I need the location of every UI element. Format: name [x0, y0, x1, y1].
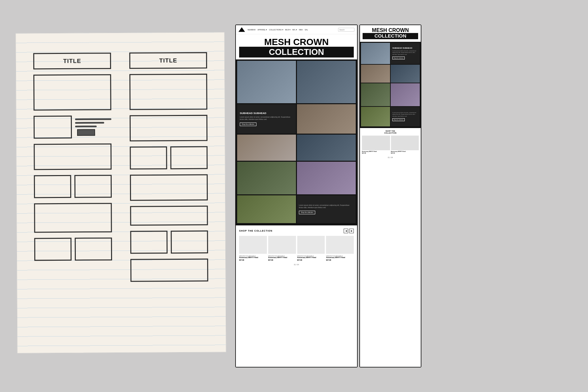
sketch-img-small-1b — [34, 175, 71, 198]
phone-pagination: 01 / 04 — [362, 156, 419, 158]
sketch-img-medium-2c — [130, 206, 208, 226]
sketch-img-medium-2a — [130, 115, 207, 141]
product-card-3: WASHINGTON NATIONALS Anniversary 59FIFTY… — [297, 236, 325, 261]
woman-image — [237, 61, 296, 103]
sketch-title-2: TITLE — [129, 52, 207, 69]
phone-caps-grid — [361, 65, 420, 83]
phone-shop-section: SHOP THECOLLECTION Anniversary 59FIFTY F… — [360, 128, 421, 161]
product-name-4: Anniversary 59FIFTY Fitted — [326, 257, 354, 259]
phone-shop-title: SHOP THECOLLECTION — [362, 130, 419, 134]
phone-product-img-2 — [391, 136, 419, 150]
hero-section: MESH CROWN COLLECTION — [236, 34, 357, 59]
caps-image-left — [237, 135, 296, 161]
phone-mockup: OPTION 3 iPhone 14 Pro - 2 MESH CROWN CO… — [359, 24, 421, 368]
products-grid: WASHINGTON NATIONALS Anniversary 59FIFTY… — [239, 236, 354, 261]
phone-portrait-right — [391, 83, 420, 106]
man-image — [297, 61, 356, 103]
sketch-content: TITLE — [16, 32, 226, 353]
product-card-1: WASHINGTON NATIONALS Anniversary 59FIFTY… — [239, 236, 267, 261]
sketch-img-small-2a — [130, 146, 167, 170]
phone-cap-left — [361, 65, 390, 83]
sketch-line-1 — [75, 118, 111, 120]
shop-arrows: ◀ ▶ — [344, 229, 354, 233]
phone-text-block: SUBHEAD SUBHEAD Lorem ipsum dolor sit am… — [391, 43, 420, 64]
phone-feature-block: SUBHEAD SUBHEAD Lorem ipsum dolor sit am… — [361, 43, 420, 64]
nav-apparel[interactable]: APPAREL ▾ — [257, 29, 267, 31]
nav-newbar[interactable]: NEWBAR — [248, 29, 255, 31]
product-image-2 — [268, 236, 296, 254]
product-card-4: WASHINGTON NATIONALS Anniversary 59FIFTY… — [326, 236, 354, 261]
lower-feature-block: Lorem ipsum dolor sit amet, consectetuer… — [237, 195, 356, 223]
lower-text-block: Lorem ipsum dolor sit amet, consectetuer… — [297, 195, 356, 223]
product-price-4: $47.99 — [326, 259, 354, 261]
sketch-title-text-1: TITLE — [63, 57, 81, 64]
product-card-2: WASHINGTON NATIONALS Anniversary 59FIFTY… — [268, 236, 296, 261]
product-image-4 — [326, 236, 354, 254]
sketch-img-small-2c — [130, 231, 168, 254]
phone-lower-feature: Lorem ipsum dolor sit amet, consectetuer… — [361, 107, 420, 126]
product-image-3 — [297, 236, 325, 254]
phone-pagination-text: 01 / 04 — [388, 156, 393, 158]
sketch-img-small-1a — [34, 116, 72, 139]
nav-sale[interactable]: SAL — [305, 29, 308, 31]
phone-lower-body: Lorem ipsum dolor sit amet, consectetuer… — [392, 112, 418, 117]
nav-bar: NEWBAR APPAREL ▾ COLLECTIONS ▾ MLB ▾ NFL… — [236, 25, 357, 34]
phone-body: Lorem ipsum dolor sit amet, consectetuer… — [392, 50, 418, 56]
sketch-button-1 — [77, 129, 95, 136]
sketch-row-2b — [130, 231, 208, 254]
phone-hero: MESH CROWN COLLECTION — [360, 25, 421, 42]
shop-header: SHOP THE COLLECTION ◀ ▶ — [239, 229, 354, 233]
sketch-area: TITLE — [15, 32, 226, 353]
nav-nfl[interactable]: NFL ▾ — [292, 29, 297, 31]
sketch-line-2 — [75, 122, 104, 123]
sketch-img-large-1b — [34, 203, 112, 233]
phone-product-2: Anniversary 59FIFTY Fitted $47.99 — [391, 136, 419, 154]
sketch-row-1 — [34, 115, 111, 139]
main-content: SUBHEAD SUBHEAD Lorem ipsum dolor sit am… — [236, 59, 357, 225]
sketch-line-3 — [75, 125, 97, 127]
product-name-2: Anniversary 59FIFTY Fitted — [268, 257, 296, 259]
shop-section: SHOP THE COLLECTION ◀ ▶ WASHINGTON NATIO… — [236, 225, 357, 269]
sketch-img-medium-2b — [130, 174, 208, 201]
desktop-mockup: OPTION 3 NEWBAR APPAREL ▾ COLLECTIONS ▾ … — [235, 24, 358, 368]
phone-inner: MESH CROWN COLLECTION SUBHEAD SUBHEAD Lo… — [360, 25, 421, 367]
nav-search-input[interactable] — [338, 28, 354, 32]
phone-products-grid: Anniversary 59FIFTY Fitted $47.99 Annive… — [362, 136, 419, 154]
phone-shop-btn-2[interactable]: Shop the collection — [392, 118, 405, 121]
nav-nba[interactable]: NBA — [299, 29, 302, 31]
phone-shop-btn-1[interactable]: Shop the collection — [392, 57, 405, 59]
feature-text-block: SUBHEAD SUBHEAD Lorem ipsum dolor sit am… — [237, 104, 296, 134]
phone-hero-title: MESH CROWN — [363, 28, 418, 33]
sketch-title-1: TITLE — [33, 53, 111, 69]
sketch-img-small-2d — [171, 231, 208, 254]
nav-collections[interactable]: COLLECTIONS ▾ — [269, 29, 283, 31]
shop-collection-button-2[interactable]: Shop the collection — [299, 211, 315, 214]
product-price-3: $47.99 — [297, 259, 325, 261]
phone-content: SUBHEAD SUBHEAD Lorem ipsum dolor sit am… — [360, 42, 421, 128]
nav-mlb[interactable]: MLB ▾ — [285, 29, 290, 31]
next-arrow[interactable]: ▶ — [349, 229, 354, 233]
product-price-2: $47.99 — [268, 259, 296, 261]
phone-cap-right — [391, 65, 420, 83]
phone-portrait-left — [361, 83, 390, 106]
phone-subhead: SUBHEAD SUBHEAD — [392, 47, 418, 49]
sketch-img-small-1c — [74, 175, 112, 198]
sketch-title-text-2: TITLE — [159, 57, 177, 64]
product-price-1: $47.99 — [239, 259, 267, 261]
shop-collection-button-1[interactable]: Shop this collection — [240, 122, 256, 126]
shop-title: SHOP THE COLLECTION — [239, 230, 272, 232]
portrait-section — [237, 162, 356, 194]
sketch-img-small-1e — [75, 237, 112, 261]
caps-image — [297, 104, 356, 134]
sketch-img-small-1d — [34, 238, 72, 261]
hero-subtitle: COLLECTION — [239, 47, 354, 57]
nav-items: NEWBAR APPAREL ▾ COLLECTIONS ▾ MLB ▾ NFL… — [248, 29, 308, 31]
feature-body: Lorem ipsum dolor sit amet, consectetuer… — [240, 116, 293, 121]
prev-arrow[interactable]: ◀ — [344, 229, 348, 233]
feature-block: SUBHEAD SUBHEAD Lorem ipsum dolor sit am… — [237, 104, 356, 134]
hero-title: MESH CROWN — [239, 38, 354, 47]
sketch-img-small-2b — [170, 146, 207, 170]
caps-image-right — [297, 135, 356, 161]
phone-product-price-2: $47.99 — [391, 152, 419, 154]
sketch-column-1: TITLE — [29, 53, 117, 333]
